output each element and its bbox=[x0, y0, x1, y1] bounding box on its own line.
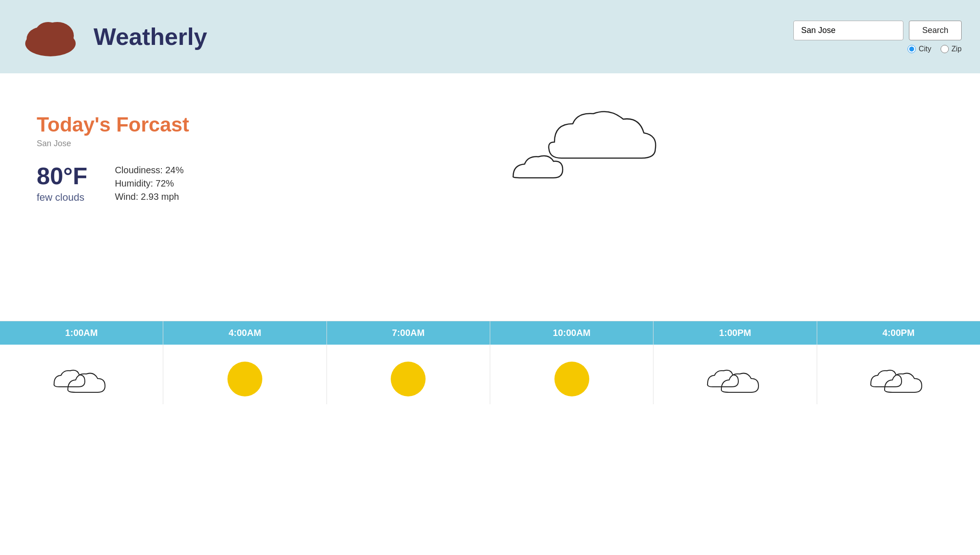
hour-card: 4:00PM bbox=[817, 321, 980, 404]
header-left: Weatherly bbox=[18, 14, 207, 60]
clouds-icon bbox=[43, 345, 121, 400]
forecast-section: Today's Forcast San Jose 80°F few clouds… bbox=[37, 92, 943, 229]
main-content: Today's Forcast San Jose 80°F few clouds… bbox=[0, 73, 980, 312]
condition: few clouds bbox=[37, 192, 87, 203]
hour-label: 10:00AM bbox=[490, 321, 653, 345]
hour-label: 1:00AM bbox=[0, 321, 163, 345]
cloudiness: Cloudiness: 24% bbox=[115, 165, 183, 176]
hour-label: 4:00PM bbox=[817, 321, 980, 345]
forecast-info: Today's Forcast San Jose 80°F few clouds… bbox=[37, 113, 193, 203]
stats-block: Cloudiness: 24% Humidity: 72% Wind: 2.93… bbox=[115, 162, 183, 202]
main-cloud-svg bbox=[495, 105, 669, 211]
clouds-icon bbox=[696, 345, 774, 400]
hour-label: 7:00AM bbox=[327, 321, 490, 345]
zip-radio-label[interactable]: Zip bbox=[941, 45, 962, 53]
sun-icon bbox=[378, 345, 438, 404]
hour-card: 7:00AM bbox=[327, 321, 490, 404]
header-right: Search City Zip bbox=[793, 21, 962, 53]
search-row: Search bbox=[793, 21, 962, 40]
forecast-city: San Jose bbox=[37, 139, 193, 148]
hour-label: 1:00PM bbox=[653, 321, 816, 345]
svg-point-3 bbox=[35, 22, 61, 44]
temp-block: 80°F few clouds bbox=[37, 162, 87, 203]
city-radio-text: City bbox=[919, 45, 931, 53]
svg-point-5 bbox=[391, 362, 426, 396]
hour-label: 4:00AM bbox=[163, 321, 326, 345]
temperature: 80°F bbox=[37, 162, 87, 190]
temp-row: 80°F few clouds Cloudiness: 24% Humidity… bbox=[37, 162, 193, 203]
sun-icon bbox=[215, 345, 275, 404]
radio-options: City Zip bbox=[908, 45, 962, 53]
search-button[interactable]: Search bbox=[909, 21, 962, 40]
app-title: Weatherly bbox=[94, 23, 207, 50]
forecast-cloud-illustration bbox=[220, 105, 943, 211]
header: Weatherly Search City Zip bbox=[0, 0, 980, 73]
search-input[interactable] bbox=[793, 21, 903, 40]
hour-card: 1:00PM bbox=[653, 321, 817, 404]
zip-radio[interactable] bbox=[941, 45, 949, 53]
clouds-icon bbox=[859, 345, 937, 400]
humidity: Humidity: 72% bbox=[115, 178, 183, 189]
logo-icon bbox=[18, 14, 83, 60]
zip-radio-text: Zip bbox=[952, 45, 962, 53]
city-radio[interactable] bbox=[908, 45, 916, 53]
hour-card: 4:00AM bbox=[163, 321, 327, 404]
wind: Wind: 2.93 mph bbox=[115, 192, 183, 202]
hourly-strip: 1:00AM 4:00AM 7:00AM 10:00AM bbox=[0, 321, 980, 404]
sun-icon bbox=[542, 345, 602, 404]
svg-point-6 bbox=[554, 362, 589, 396]
forecast-title: Today's Forcast bbox=[37, 113, 193, 136]
city-radio-label[interactable]: City bbox=[908, 45, 931, 53]
hour-card: 10:00AM bbox=[490, 321, 653, 404]
svg-point-4 bbox=[227, 362, 262, 396]
hour-card: 1:00AM bbox=[0, 321, 163, 404]
